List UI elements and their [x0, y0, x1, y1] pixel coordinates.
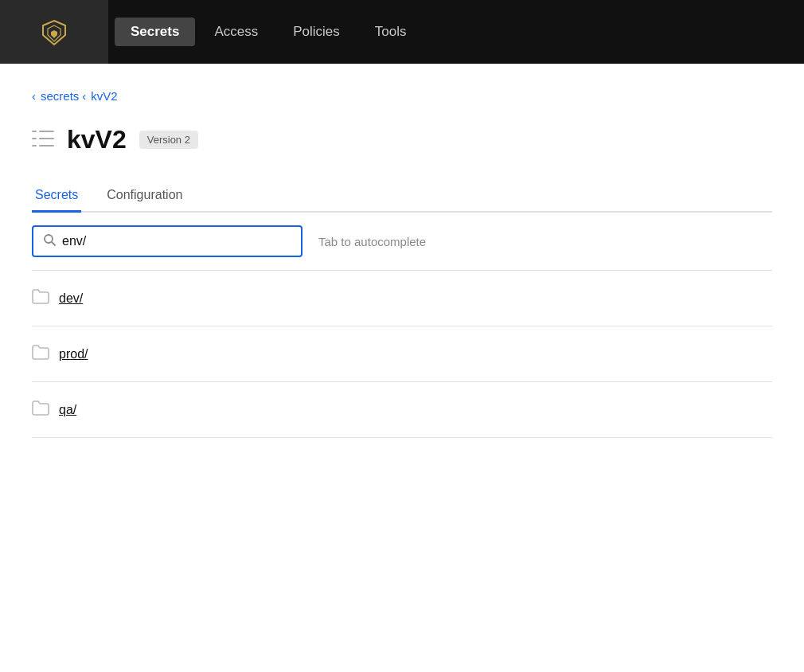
list-item: dev/ — [32, 271, 772, 326]
search-input[interactable] — [62, 234, 291, 248]
page-title: kvV2 — [67, 125, 127, 154]
svg-rect-4 — [32, 131, 37, 132]
tabs-container: Secrets Configuration — [32, 180, 772, 213]
nav-secrets[interactable]: Secrets — [115, 18, 195, 46]
vault-logo-icon — [37, 14, 72, 49]
svg-rect-5 — [32, 138, 37, 139]
search-icon — [43, 233, 56, 249]
search-wrapper — [32, 225, 302, 257]
list-item: prod/ — [32, 326, 772, 382]
nav-policies[interactable]: Policies — [277, 18, 356, 46]
search-area: Tab to autocomplete — [32, 213, 772, 271]
nav-links: Secrets Access Policies Tools — [108, 18, 423, 46]
navbar: Secrets Access Policies Tools — [0, 0, 804, 64]
folder-icon — [32, 344, 49, 364]
breadcrumb-secrets[interactable]: secrets — [41, 89, 79, 103]
item-prod[interactable]: prod/ — [59, 347, 88, 361]
tab-configuration[interactable]: Configuration — [103, 180, 185, 213]
items-list: dev/ prod/ qa/ — [32, 271, 772, 438]
svg-rect-9 — [39, 145, 54, 147]
folder-icon — [32, 400, 49, 420]
page-title-area: kvV2 Version 2 — [32, 125, 772, 154]
breadcrumb-kvv2[interactable]: kvV2 — [91, 89, 117, 103]
breadcrumb: ‹ secrets ‹ kvV2 — [32, 89, 772, 103]
svg-line-11 — [52, 242, 55, 245]
breadcrumb-chevron-1: ‹ — [32, 89, 36, 103]
main-content: ‹ secrets ‹ kvV2 kvV2 Version 2 Secrets … — [0, 64, 804, 672]
svg-rect-8 — [39, 138, 54, 139]
nav-tools[interactable]: Tools — [359, 18, 423, 46]
autocomplete-hint: Tab to autocomplete — [318, 235, 426, 248]
list-icon — [32, 129, 54, 151]
svg-rect-6 — [32, 145, 37, 147]
version-badge: Version 2 — [139, 131, 198, 149]
breadcrumb-chevron-2: ‹ — [82, 89, 86, 103]
svg-rect-7 — [39, 131, 54, 132]
nav-access[interactable]: Access — [198, 18, 274, 46]
logo-area — [0, 0, 108, 64]
folder-icon — [32, 288, 49, 308]
tab-secrets[interactable]: Secrets — [32, 180, 81, 213]
item-qa[interactable]: qa/ — [59, 403, 76, 417]
list-item: qa/ — [32, 382, 772, 438]
item-dev[interactable]: dev/ — [59, 291, 83, 306]
